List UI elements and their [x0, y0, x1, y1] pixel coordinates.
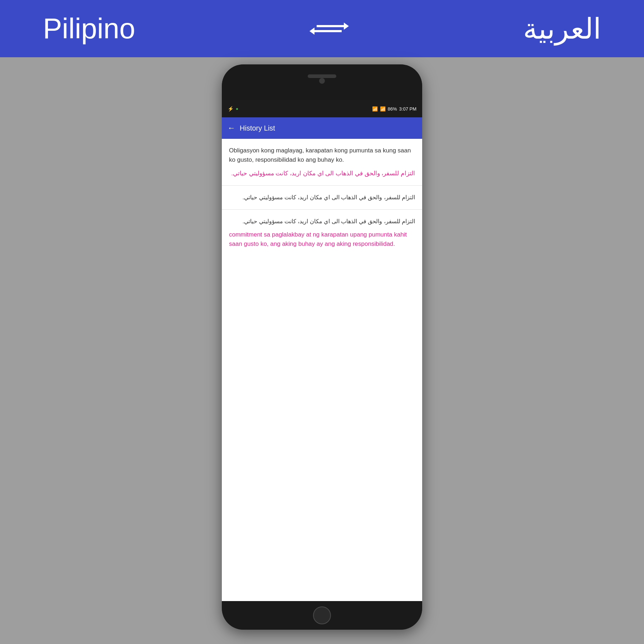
- pilipino-text-pink-3: commitment sa paglalakbay at ng karapata…: [229, 230, 415, 248]
- content-area: Obligasyon kong maglayag, karapatan kong…: [222, 139, 422, 601]
- green-circle-icon: ●: [236, 106, 238, 111]
- home-button[interactable]: [313, 606, 331, 624]
- status-left-icons: ⚡ ●: [228, 106, 238, 112]
- usb-icon: ⚡: [228, 106, 234, 112]
- arabic-text-dark-3: التزام للسفر، والحق في الذهاب الى اي مكا…: [229, 217, 415, 226]
- status-bar: ⚡ ● 📶 📶 86% 3:07 PM: [222, 100, 422, 117]
- arabic-text-pink-1: التزام للسفر، والحق في الذهاب الى اي مكا…: [229, 169, 415, 178]
- back-button[interactable]: ←: [228, 123, 235, 133]
- phone-device: ⚡ ● 📶 📶 86% 3:07 PM ← History List Oblig…: [222, 64, 422, 630]
- top-header-bar: Pilipino العربية: [0, 0, 644, 57]
- phone-bottom-bezel: [222, 601, 422, 630]
- app-bar: ← History List: [222, 117, 422, 139]
- arabic-text-dark-2: التزام للسفر، والحق في الذهاب الى اي مكا…: [229, 193, 415, 202]
- screen-title: History List: [240, 124, 275, 132]
- wifi-icon: 📶: [372, 106, 378, 112]
- history-item-1[interactable]: Obligasyon kong maglayag, karapatan kong…: [222, 139, 422, 186]
- time-display: 3:07 PM: [399, 106, 416, 112]
- pilipino-text-1: Obligasyon kong maglayag, karapatan kong…: [229, 146, 415, 164]
- history-item-2[interactable]: التزام للسفر، والحق في الذهاب الى اي مكا…: [222, 186, 422, 210]
- signal-icon: 📶: [380, 106, 386, 112]
- status-right-info: 📶 📶 86% 3:07 PM: [372, 106, 416, 112]
- translate-icon[interactable]: [313, 25, 345, 32]
- arrow-right-icon: [317, 25, 345, 27]
- arrow-left-icon: [313, 30, 342, 32]
- phone-top-bezel: [222, 64, 422, 100]
- phone-camera: [319, 78, 325, 84]
- background-area: ⚡ ● 📶 📶 86% 3:07 PM ← History List Oblig…: [0, 57, 644, 644]
- history-item-3[interactable]: التزام للسفر، والحق في الذهاب الى اي مكا…: [222, 210, 422, 256]
- phone-speaker: [308, 74, 336, 78]
- target-language-label: العربية: [523, 12, 601, 45]
- battery-percentage: 86%: [388, 106, 397, 112]
- source-language-label: Pilipino: [43, 12, 135, 45]
